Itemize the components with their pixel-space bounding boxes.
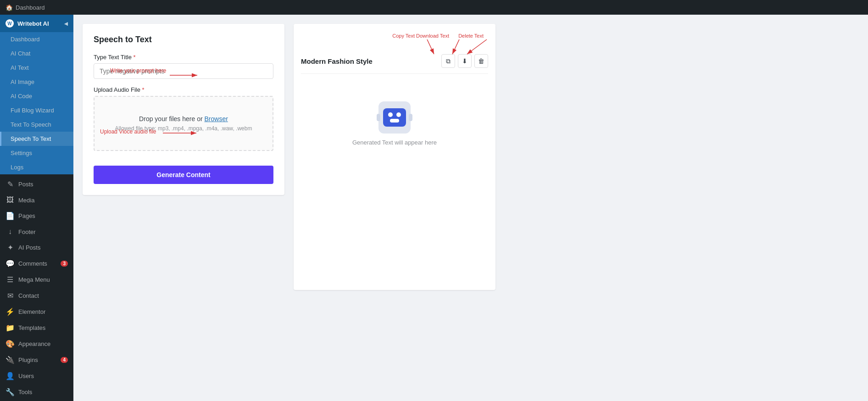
upload-audio-label: Upload Audio File *: [94, 86, 273, 93]
upload-audio-group: Upload Audio File * Drop your files here…: [94, 86, 273, 151]
sidebar-item-full-blog-wizard[interactable]: Full Blog Wizard: [0, 103, 73, 117]
trash-icon: 🗑: [478, 57, 484, 65]
mega-menu-icon: ☰: [6, 275, 15, 284]
text-title-input[interactable]: [94, 63, 273, 79]
sidebar-item-text-to-speech[interactable]: Text To Speech: [0, 117, 73, 132]
wp-logo-icon: 🏠: [6, 4, 13, 11]
content-columns: Speech to Text Type Text Title * Upload …: [83, 24, 859, 290]
upload-browse-link[interactable]: Browser: [205, 115, 228, 123]
upload-hint-text: Allowed file type: mp3, .mp4, .mpga, .m4…: [104, 125, 263, 132]
wp-nav-section: ✎ Posts 🖼 Media 📄 Pages ↓ Footer ✦ AI Po…: [0, 174, 73, 401]
posts-icon: ✎: [6, 180, 15, 189]
sidebar-item-dashboard[interactable]: Dashboard: [0, 32, 73, 46]
download-text-button[interactable]: ⬇: [458, 54, 472, 68]
elementor-icon: ⚡: [6, 307, 15, 316]
result-actions: ⧉ ⬇ 🗑: [441, 54, 488, 68]
result-header: Modern Fashion Style ⧉ ⬇ 🗑: [301, 54, 488, 74]
robot-eyes: [388, 112, 401, 117]
generate-content-button[interactable]: Generate Content: [94, 166, 273, 184]
media-icon: 🖼: [6, 196, 15, 204]
form-card: Speech to Text Type Text Title * Upload …: [83, 24, 284, 195]
sidebar-item-plugins[interactable]: 🔌 Plugins 4: [0, 352, 73, 368]
robot-ear-right: [409, 114, 412, 121]
sidebar-item-elementor[interactable]: ⚡ Elementor: [0, 304, 73, 320]
sidebar-item-pages[interactable]: 📄 Pages: [0, 208, 73, 224]
main-wrapper: Write your prompt here Upload Vioce audi…: [73, 15, 868, 401]
robot-eye-left: [388, 112, 393, 117]
sidebar-item-contact[interactable]: ✉ Contact: [0, 288, 73, 304]
copy-icon: ⧉: [446, 57, 451, 65]
writebot-logo-icon: W: [6, 19, 14, 28]
footer-icon: ↓: [6, 228, 15, 236]
plugins-icon: 🔌: [6, 356, 15, 364]
main-content: Write your prompt here Upload Vioce audi…: [73, 15, 868, 401]
robot-eye-right: [396, 112, 401, 117]
placeholder-text: Generated Text will appear here: [352, 139, 437, 146]
tools-icon: 🔧: [6, 388, 15, 396]
sidebar-item-logs[interactable]: Logs: [0, 160, 73, 174]
upload-drop-text: Drop your files here or Browser: [104, 115, 263, 123]
sidebar-item-media[interactable]: 🖼 Media: [0, 192, 73, 208]
users-icon: 👤: [6, 372, 15, 380]
sidebar-item-mega-menu[interactable]: ☰ Mega Menu: [0, 272, 73, 288]
writebot-nav: Dashboard AI Chat AI Text AI Image AI Co…: [0, 32, 73, 174]
text-title-group: Type Text Title *: [94, 54, 273, 79]
sidebar: W Writebot AI ◀ Dashboard AI Chat AI Tex…: [0, 15, 73, 401]
result-panel-inner: Copy Text Download Text Delete Text: [301, 31, 488, 74]
writebot-section: W Writebot AI ◀ Dashboard AI Chat AI Tex…: [0, 15, 73, 174]
sidebar-item-ai-code[interactable]: AI Code: [0, 89, 73, 103]
svg-line-4: [427, 39, 434, 54]
writebot-header[interactable]: W Writebot AI ◀: [0, 15, 73, 32]
ai-posts-icon: ✦: [6, 243, 15, 252]
robot-illustration: [378, 101, 411, 134]
download-icon: ⬇: [462, 57, 467, 65]
templates-icon: 📁: [6, 323, 15, 332]
robot-mouth: [390, 119, 399, 123]
svg-line-5: [452, 39, 459, 54]
text-title-label: Type Text Title *: [94, 54, 273, 61]
sidebar-item-settings[interactable]: Settings: [0, 146, 73, 160]
plugins-badge: 4: [61, 357, 68, 363]
svg-line-6: [467, 39, 487, 54]
robot-ear-left: [377, 114, 380, 121]
annotation-delete-text: Delete Text: [458, 33, 484, 39]
sidebar-item-users[interactable]: 👤 Users: [0, 368, 73, 384]
sidebar-item-tools[interactable]: 🔧 Tools: [0, 384, 73, 400]
result-placeholder: Generated Text will appear here: [301, 74, 488, 173]
sidebar-item-comments[interactable]: 💬 Comments 3: [0, 256, 73, 272]
sidebar-item-appearance[interactable]: 🎨 Appearance: [0, 336, 73, 352]
robot-face: [383, 108, 406, 127]
page-title: Speech to Text: [94, 35, 273, 45]
annotation-download-text: Download Text: [416, 33, 449, 39]
admin-bar-dashboard[interactable]: 🏠 Dashboard: [6, 4, 45, 11]
appearance-icon: 🎨: [6, 340, 15, 348]
admin-bar: 🏠 Dashboard: [0, 0, 868, 15]
annotation-copy-text: Copy Text: [392, 33, 415, 39]
comments-icon: 💬: [6, 259, 15, 268]
delete-text-button[interactable]: 🗑: [474, 54, 488, 68]
sidebar-item-speech-to-text[interactable]: Speech To Text: [0, 132, 73, 146]
result-panel: Copy Text Download Text Delete Text: [294, 24, 495, 290]
writebot-chevron-icon: ◀: [64, 21, 68, 26]
copy-text-button[interactable]: ⧉: [441, 54, 455, 68]
contact-icon: ✉: [6, 291, 15, 300]
sidebar-item-posts[interactable]: ✎ Posts: [0, 176, 73, 192]
sidebar-item-ai-chat[interactable]: AI Chat: [0, 46, 73, 61]
pages-icon: 📄: [6, 212, 15, 220]
result-title: Modern Fashion Style: [301, 57, 373, 65]
sidebar-item-ai-text[interactable]: AI Text: [0, 61, 73, 75]
sidebar-item-footer[interactable]: ↓ Footer: [0, 224, 73, 239]
upload-dropzone[interactable]: Drop your files here or Browser Allowed …: [94, 96, 273, 151]
sidebar-item-ai-image[interactable]: AI Image: [0, 75, 73, 89]
comments-badge: 3: [61, 261, 68, 267]
writebot-title: Writebot AI: [17, 20, 49, 27]
sidebar-item-templates[interactable]: 📁 Templates: [0, 320, 73, 336]
sidebar-item-ai-posts[interactable]: ✦ AI Posts: [0, 239, 73, 256]
